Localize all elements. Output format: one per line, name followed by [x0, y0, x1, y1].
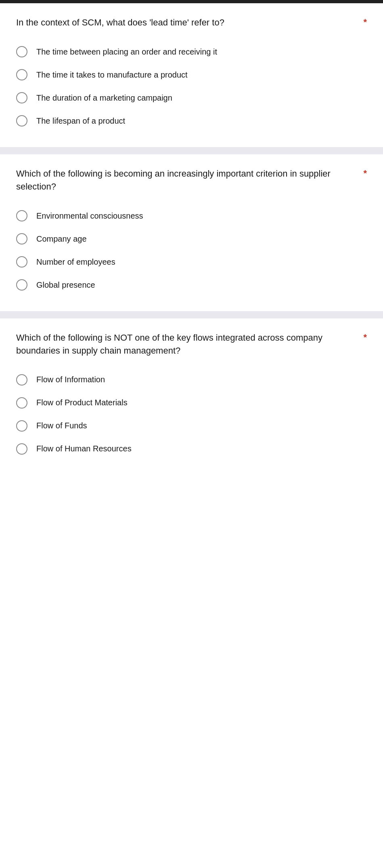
option-item-3-3[interactable]: Flow of Funds [16, 414, 367, 437]
option-label-1-3: The duration of a marketing campaign [36, 92, 172, 104]
required-star-3: * [363, 332, 367, 343]
option-item-2-3[interactable]: Number of employees [16, 251, 367, 274]
option-item-2-4[interactable]: Global presence [16, 274, 367, 297]
radio-circle-3-2[interactable] [16, 397, 27, 409]
required-star-1: * [363, 17, 367, 27]
question-header-1: In the context of SCM, what does 'lead t… [16, 16, 367, 29]
radio-circle-2-3[interactable] [16, 256, 27, 268]
required-star-2: * [363, 168, 367, 179]
options-list-2: Environmental consciousnessCompany ageNu… [16, 204, 367, 297]
divider-2 [0, 311, 383, 318]
radio-circle-1-3[interactable] [16, 92, 27, 103]
options-list-1: The time between placing an order and re… [16, 40, 367, 133]
option-item-3-1[interactable]: Flow of Information [16, 368, 367, 391]
option-item-2-2[interactable]: Company age [16, 228, 367, 251]
question-block-3: Which of the following is NOT one of the… [0, 318, 383, 475]
radio-circle-1-1[interactable] [16, 46, 27, 57]
radio-circle-1-2[interactable] [16, 69, 27, 80]
question-block-2: Which of the following is becoming an in… [0, 154, 383, 311]
option-label-1-1: The time between placing an order and re… [36, 46, 217, 58]
question-header-3: Which of the following is NOT one of the… [16, 331, 367, 357]
option-label-2-4: Global presence [36, 279, 95, 291]
question-text-3: Which of the following is NOT one of the… [16, 331, 363, 357]
radio-circle-3-4[interactable] [16, 443, 27, 455]
divider-1 [0, 147, 383, 154]
question-text-2: Which of the following is becoming an in… [16, 167, 363, 193]
option-item-3-4[interactable]: Flow of Human Resources [16, 437, 367, 460]
option-label-2-3: Number of employees [36, 256, 115, 268]
option-label-2-1: Environmental consciousness [36, 210, 143, 222]
option-item-1-1[interactable]: The time between placing an order and re… [16, 40, 367, 63]
option-label-3-2: Flow of Product Materials [36, 397, 128, 409]
option-label-3-4: Flow of Human Resources [36, 443, 132, 455]
radio-circle-2-4[interactable] [16, 279, 27, 291]
option-label-1-2: The time it takes to manufacture a produ… [36, 69, 188, 81]
option-item-2-1[interactable]: Environmental consciousness [16, 204, 367, 228]
option-label-2-2: Company age [36, 233, 87, 245]
question-text-1: In the context of SCM, what does 'lead t… [16, 16, 363, 29]
option-item-1-2[interactable]: The time it takes to manufacture a produ… [16, 63, 367, 86]
radio-circle-3-3[interactable] [16, 420, 27, 432]
option-label-1-4: The lifespan of a product [36, 115, 125, 127]
option-label-3-1: Flow of Information [36, 374, 105, 386]
radio-circle-1-4[interactable] [16, 115, 27, 126]
option-item-3-2[interactable]: Flow of Product Materials [16, 391, 367, 414]
radio-circle-2-2[interactable] [16, 233, 27, 244]
question-header-2: Which of the following is becoming an in… [16, 167, 367, 193]
question-block-1: In the context of SCM, what does 'lead t… [0, 3, 383, 147]
option-item-1-4[interactable]: The lifespan of a product [16, 110, 367, 133]
top-bar [0, 0, 383, 3]
option-item-1-3[interactable]: The duration of a marketing campaign [16, 86, 367, 110]
radio-circle-3-1[interactable] [16, 374, 27, 386]
options-list-3: Flow of InformationFlow of Product Mater… [16, 368, 367, 460]
radio-circle-2-1[interactable] [16, 210, 27, 221]
option-label-3-3: Flow of Funds [36, 420, 87, 432]
